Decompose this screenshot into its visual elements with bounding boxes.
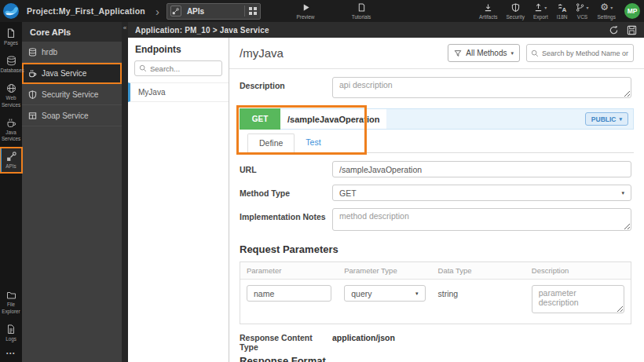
url-label: URL — [240, 161, 332, 177]
svg-text:A: A — [562, 6, 566, 13]
save-icon[interactable] — [627, 25, 637, 35]
tutorials-button[interactable]: Tutorials — [344, 0, 379, 22]
core-apis-panel: Core APIs hrdb Java Service Security Ser… — [22, 22, 122, 362]
core-api-item-security-service[interactable]: Security Service — [22, 84, 122, 105]
visibility-dropdown[interactable]: PUBLIC ▾ — [585, 112, 628, 126]
top-bar: Project:My_First_Application › APIs Prev… — [0, 0, 644, 22]
breadcrumb: Application: PM_10 > Java Service — [135, 26, 269, 35]
sidebar-item-web-services[interactable]: Web Services — [0, 79, 22, 111]
i18n-button[interactable]: A I18N — [557, 0, 568, 22]
main-content: /myJava All Methods ▾ Description — [229, 38, 644, 362]
column-header: Parameter Type — [338, 262, 431, 279]
security-button[interactable]: Security — [506, 0, 524, 22]
operation-tabs: Define Test — [240, 133, 634, 153]
caret-down-icon: ▾ — [544, 5, 547, 10]
parameter-name-input[interactable] — [247, 285, 331, 302]
tab-define[interactable]: Define — [247, 133, 295, 153]
method-type-label: Method Type — [240, 185, 332, 201]
operation-path[interactable]: /sampleJavaOperation — [280, 109, 386, 129]
all-methods-dropdown[interactable]: All Methods ▾ — [448, 44, 520, 62]
preview-button[interactable]: Preview — [290, 0, 321, 22]
endpoints-title: Endpoints — [128, 38, 229, 60]
method-type-select[interactable]: GET ▾ — [332, 185, 631, 201]
endpoints-panel: Endpoints MyJava — [128, 38, 229, 362]
method-search-box[interactable] — [526, 44, 634, 62]
api-connector-icon — [170, 5, 181, 16]
sidebar-item-file-explorer[interactable]: File Explorer — [0, 287, 22, 317]
service-title: /myJava — [240, 46, 284, 60]
refresh-icon[interactable] — [609, 25, 619, 35]
api-connector-icon — [6, 152, 16, 162]
settings-button[interactable]: ⚙ ▾ Settings — [598, 0, 617, 22]
branch-icon — [576, 3, 584, 12]
url-input[interactable] — [332, 161, 631, 177]
caret-down-icon: ▾ — [610, 5, 613, 10]
tab-apis-label: APIs — [187, 7, 244, 16]
description-label: Description — [240, 77, 332, 101]
application-header-bar: Application: PM_10 > Java Service — [128, 22, 644, 38]
caret-down-icon: ▾ — [586, 5, 588, 10]
coffee-icon — [6, 118, 16, 128]
user-avatar[interactable]: MP — [624, 3, 640, 19]
vcs-button[interactable]: ▾ VCS — [576, 0, 588, 22]
endpoint-item-myjava[interactable]: MyJava — [128, 82, 229, 102]
sidebar-item-java-services[interactable]: Java Services — [0, 114, 22, 145]
core-api-item-java-service[interactable]: Java Service — [22, 63, 122, 84]
core-api-item-soap-service[interactable]: Soap Service — [22, 105, 122, 126]
translate-icon: A — [558, 2, 567, 13]
grid-icon[interactable] — [244, 5, 257, 16]
service-header: /myJava All Methods ▾ — [229, 38, 644, 69]
folder-icon — [6, 291, 16, 300]
sidebar-item-logs[interactable]: Logs — [0, 320, 22, 346]
chevron-right-icon: › — [156, 5, 159, 18]
caret-down-icon: ▾ — [619, 116, 622, 122]
artifacts-button[interactable]: Artifacts — [479, 0, 497, 22]
column-header: Parameter — [240, 262, 338, 279]
tutorials-doc-icon — [357, 2, 366, 13]
soap-icon — [28, 112, 37, 120]
export-button[interactable]: ▾ Export — [533, 0, 548, 22]
response-content-type-value: application/json — [332, 333, 395, 352]
caret-down-icon: ▾ — [510, 50, 514, 57]
request-parameters-header-row: Parameter Parameter Type Data Type Descr… — [240, 262, 631, 280]
app-window: Project:My_First_Application › APIs Prev… — [0, 0, 644, 362]
project-name[interactable]: Project:My_First_Application — [27, 6, 145, 16]
core-api-item-hrdb[interactable]: hrdb — [22, 42, 122, 63]
panel-collapse-strip: « — [122, 22, 128, 362]
implementation-notes-label: Implementation Notes — [240, 208, 332, 234]
request-parameters-table: Parameter Parameter Type Data Type Descr… — [240, 261, 631, 324]
download-icon — [484, 2, 492, 13]
response-format-title: Response Format — [240, 355, 634, 362]
operation-header[interactable]: GET /sampleJavaOperation PUBLIC ▾ — [240, 108, 634, 130]
endpoints-search-input[interactable] — [150, 64, 218, 73]
description-textarea[interactable] — [332, 77, 631, 98]
log-file-icon — [6, 324, 16, 335]
wavemaker-logo-icon[interactable] — [2, 2, 20, 20]
gear-icon: ⚙ — [600, 3, 609, 12]
more-options-icon[interactable]: ••• — [6, 350, 16, 356]
search-icon — [139, 64, 147, 72]
search-icon — [531, 49, 539, 57]
sidebar-item-pages[interactable]: Pages — [0, 24, 22, 49]
endpoints-search-box[interactable] — [134, 60, 222, 76]
tab-test[interactable]: Test — [295, 133, 331, 152]
collapse-panel-icon[interactable]: « — [122, 22, 128, 35]
shield-icon — [511, 2, 520, 13]
topbar-right-actions: Artifacts Security ▾ Export A I18N — [479, 0, 640, 22]
implementation-notes-textarea[interactable] — [332, 208, 631, 231]
sidebar-item-apis[interactable]: APIs — [0, 148, 22, 173]
play-icon — [302, 2, 310, 13]
sidebar-item-databases[interactable]: Databases — [0, 52, 22, 77]
parameter-row: query ▾ string — [240, 280, 631, 324]
method-badge: GET — [240, 108, 280, 130]
caret-down-icon: ▾ — [621, 190, 624, 196]
response-content-type-label: Response Content Type — [240, 333, 332, 352]
method-search-input[interactable] — [542, 49, 629, 57]
globe-icon — [6, 83, 16, 93]
tab-apis[interactable]: APIs — [166, 3, 261, 20]
database-icon — [28, 48, 37, 57]
page-icon — [6, 28, 16, 38]
shield-icon — [28, 90, 37, 99]
parameter-type-select[interactable]: query ▾ — [344, 285, 425, 302]
parameter-description-textarea[interactable] — [532, 285, 624, 313]
